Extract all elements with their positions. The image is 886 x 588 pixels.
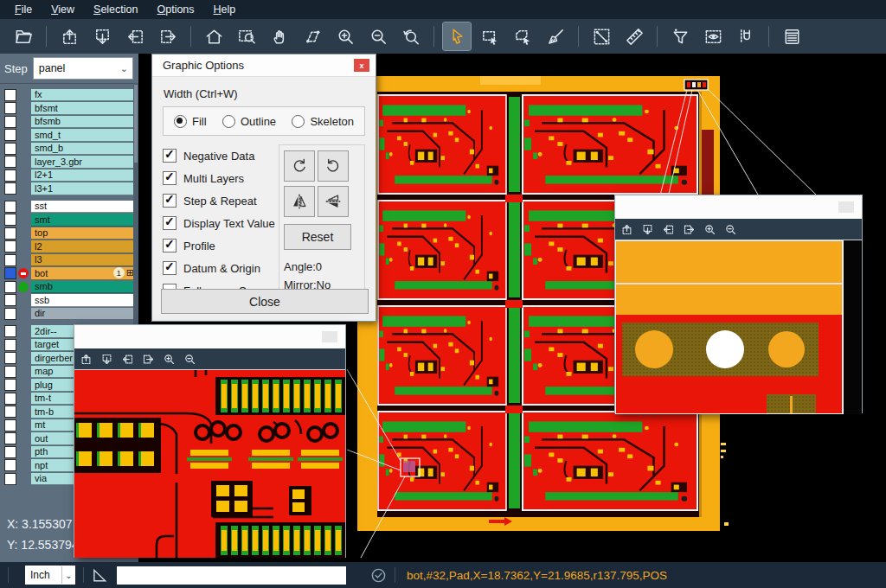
zoom-out-button[interactable] xyxy=(724,223,737,236)
radio-icon[interactable] xyxy=(292,115,305,128)
layer-name[interactable]: dir xyxy=(31,308,137,321)
layer-name[interactable]: l2 xyxy=(31,240,137,253)
shift-up-button[interactable] xyxy=(55,22,83,50)
layer-name[interactable]: l3+1 xyxy=(31,182,137,195)
menu-item-selection[interactable]: Selection xyxy=(84,2,147,17)
option-display-text-value[interactable]: Display Text Value xyxy=(163,212,275,234)
window-button[interactable] xyxy=(322,331,337,342)
menu-item-file[interactable]: File xyxy=(5,2,42,17)
layer-row-sst[interactable]: sst xyxy=(0,200,138,214)
layer-name[interactable]: layer_3.gbr xyxy=(31,156,137,169)
layer-visibility-checkbox[interactable] xyxy=(4,227,16,240)
layer-visibility-checkbox[interactable] xyxy=(4,473,16,485)
layer-name[interactable]: top xyxy=(31,227,137,240)
layer-name[interactable]: l3 xyxy=(31,254,137,267)
close-icon[interactable]: x xyxy=(354,59,369,72)
radio-icon[interactable] xyxy=(222,115,235,128)
layer-visibility-checkbox[interactable] xyxy=(4,281,16,293)
layer-row-l3[interactable]: l3 xyxy=(0,253,138,267)
shift-left-button[interactable] xyxy=(121,22,149,50)
layer-row-smb[interactable]: smb xyxy=(0,280,138,294)
zoom-area-button[interactable] xyxy=(233,22,260,50)
layer-name[interactable]: l2+1 xyxy=(31,169,137,182)
radio-icon[interactable] xyxy=(174,115,187,128)
shift-up-button[interactable] xyxy=(80,353,93,366)
zoom-in-button[interactable] xyxy=(163,353,176,366)
layer-visibility-checkbox[interactable] xyxy=(4,308,16,320)
layer-row-l2+1[interactable]: l2+1 xyxy=(0,169,138,182)
checkbox-icon[interactable] xyxy=(163,216,177,230)
layer-visibility-checkbox[interactable] xyxy=(4,201,16,213)
layer-name[interactable]: bot1⊞ xyxy=(31,267,137,280)
layer-name[interactable]: ssb xyxy=(31,294,137,307)
layer-visibility-checkbox[interactable] xyxy=(4,352,16,364)
group-select-button[interactable] xyxy=(509,22,536,50)
shift-right-button[interactable] xyxy=(142,353,155,366)
layer-visibility-checkbox[interactable] xyxy=(4,339,16,351)
layer-row-smd_t[interactable]: smd_t xyxy=(0,129,138,143)
filter-button[interactable] xyxy=(666,22,694,50)
layer-row-bot[interactable]: bot1⊞ xyxy=(0,267,138,281)
zoom-in-button[interactable] xyxy=(331,22,359,50)
open-folder-button[interactable] xyxy=(10,22,37,50)
mirror-horizontal-button[interactable] xyxy=(284,186,315,217)
option-negative-data[interactable]: Negative Data xyxy=(163,144,275,167)
layer-row-dir[interactable]: dir xyxy=(0,307,138,321)
dialog-title-bar[interactable]: Graphic Options x xyxy=(152,54,376,77)
magnifier-content[interactable] xyxy=(74,369,345,558)
command-input[interactable] xyxy=(117,566,346,585)
rotate-ccw-button[interactable] xyxy=(318,150,349,182)
unit-select[interactable]: Inch ⌄ xyxy=(25,566,75,585)
layer-row-bfsmt[interactable]: bfsmt xyxy=(0,102,138,116)
snap-magnet-button[interactable] xyxy=(732,22,760,50)
shift-down-button[interactable] xyxy=(88,22,116,50)
layer-name[interactable]: smt xyxy=(31,214,137,227)
checkbox-icon[interactable] xyxy=(163,194,177,208)
layer-visibility-checkbox[interactable] xyxy=(4,89,16,101)
rotate-cw-button[interactable] xyxy=(284,150,315,182)
layer-visibility-checkbox[interactable] xyxy=(4,156,16,168)
select-cursor-button[interactable] xyxy=(443,22,471,50)
layer-visibility-checkbox[interactable] xyxy=(4,366,16,378)
layer-visibility-checkbox[interactable] xyxy=(4,446,16,458)
layer-visibility-checkbox[interactable] xyxy=(4,379,16,391)
layer-visibility-checkbox[interactable] xyxy=(4,240,16,252)
checkbox-icon[interactable] xyxy=(163,261,177,275)
path-edit-button[interactable] xyxy=(299,22,326,50)
layer-visibility-checkbox[interactable] xyxy=(4,419,16,431)
zoom-in-button[interactable] xyxy=(703,223,716,236)
layer-row-ssb[interactable]: ssb xyxy=(0,294,138,308)
ruler-button[interactable] xyxy=(620,22,648,50)
option-step-repeat[interactable]: Step & Repeat xyxy=(163,189,275,212)
clean-brush-button[interactable] xyxy=(542,22,569,50)
layer-row-l2[interactable]: l2 xyxy=(0,240,138,254)
zoom-previous-button[interactable] xyxy=(397,22,425,50)
menu-item-options[interactable]: Options xyxy=(147,2,203,17)
layer-name[interactable]: bfsmt xyxy=(31,102,137,115)
layer-row-bfsmb[interactable]: bfsmb xyxy=(0,115,138,129)
reset-button[interactable]: Reset xyxy=(284,224,351,250)
layer-name[interactable]: bfsmb xyxy=(31,116,137,129)
layer-name[interactable]: sst xyxy=(31,201,137,214)
layer-visibility-checkbox[interactable] xyxy=(4,169,16,182)
shift-right-button[interactable] xyxy=(683,223,696,236)
layer-visibility-checkbox[interactable] xyxy=(4,294,16,306)
layer-visibility-checkbox[interactable] xyxy=(4,143,16,155)
checkbox-icon[interactable] xyxy=(163,171,177,185)
layer-visibility-checkbox[interactable] xyxy=(4,254,16,266)
layer-row-l3+1[interactable]: l3+1 xyxy=(0,182,138,196)
layer-visibility-checkbox[interactable] xyxy=(4,393,16,405)
angle-measure-icon[interactable] xyxy=(92,567,108,584)
layer-name[interactable]: smd_b xyxy=(31,143,137,156)
view-area-button[interactable] xyxy=(699,22,727,50)
pan-hand-button[interactable] xyxy=(266,22,293,50)
layer-visibility-checkbox[interactable] xyxy=(4,102,16,114)
option-datum-origin[interactable]: Datum & Origin xyxy=(163,257,275,279)
layer-visibility-checkbox[interactable] xyxy=(4,214,16,226)
step-select[interactable]: panel ⌄ xyxy=(33,57,133,80)
option-multi-layers[interactable]: Multi Layers xyxy=(163,167,275,189)
layer-visibility-checkbox[interactable] xyxy=(4,459,16,471)
zoom-out-button[interactable] xyxy=(183,353,196,366)
shift-up-button[interactable] xyxy=(620,223,633,236)
measure-line-button[interactable] xyxy=(587,22,615,50)
